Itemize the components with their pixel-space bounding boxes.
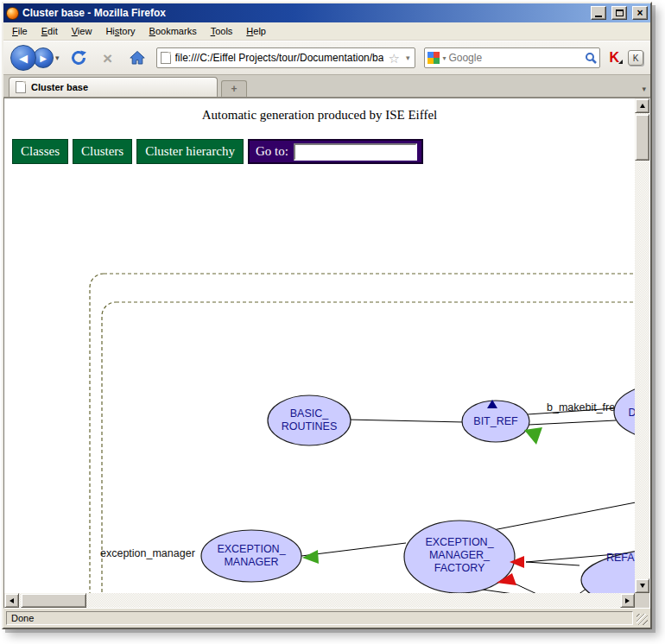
close-button[interactable]: ×: [632, 6, 648, 20]
node-label: EXCEPTION_: [217, 543, 286, 555]
new-tab-button[interactable]: +: [221, 80, 247, 97]
forward-arrow-icon: ▶: [40, 54, 47, 63]
scroll-left-button[interactable]: [4, 593, 19, 608]
node-label: EXCEPTION_: [425, 536, 494, 548]
window-title: Cluster base - Mozilla Firefox: [22, 7, 586, 19]
browser-window: Cluster base - Mozilla Firefox × File Ed…: [2, 2, 652, 629]
url-input[interactable]: [175, 52, 384, 64]
green-arrow-exception-manager-icon: [302, 550, 319, 564]
menu-file[interactable]: File: [5, 23, 35, 39]
page-content: Automatic generation produced by ISE Eif…: [4, 98, 635, 593]
menu-edit[interactable]: Edit: [35, 23, 65, 39]
scroll-left-icon: [10, 598, 14, 603]
url-dropdown-icon[interactable]: ▾: [404, 54, 412, 62]
back-arrow-icon: ◀: [19, 52, 28, 65]
stop-icon: ×: [103, 50, 112, 66]
minimize-button[interactable]: [591, 6, 606, 20]
tab-cluster-base[interactable]: Cluster base: [9, 77, 218, 97]
search-engine-dropdown-icon[interactable]: ▾: [442, 54, 446, 62]
goto-box: Go to:: [248, 139, 423, 164]
node-label: FACTORY: [434, 562, 485, 574]
node-label: REFA: [606, 552, 635, 564]
edge-feature-label: b_makebit_fre: [547, 401, 615, 414]
search-magnifier-icon[interactable]: [585, 52, 597, 64]
menu-help[interactable]: Help: [239, 23, 273, 39]
classes-button[interactable]: Classes: [12, 139, 68, 164]
menu-bookmarks[interactable]: Bookmarks: [142, 23, 204, 39]
cluster-name-label: exception_manager: [100, 547, 195, 559]
minimize-icon: [595, 16, 602, 17]
clusters-button[interactable]: Clusters: [73, 139, 132, 164]
node-label: D: [628, 407, 635, 419]
cluster-boundary-outer: [90, 274, 635, 593]
maximize-icon: [616, 9, 624, 16]
stop-button[interactable]: ×: [98, 47, 118, 69]
search-input[interactable]: [448, 52, 582, 64]
menu-history[interactable]: History: [98, 23, 142, 39]
kaspersky-icon[interactable]: K: [609, 51, 619, 65]
reload-icon: [70, 49, 87, 66]
status-text: Done: [6, 611, 633, 625]
node-label: ROUTINES: [282, 420, 338, 432]
cluster-hierarchy-button[interactable]: Cluster hierarchy: [136, 139, 244, 164]
page-favicon: [161, 52, 171, 64]
horizontal-scrollbar[interactable]: [4, 593, 649, 608]
home-icon: [129, 49, 146, 66]
status-bar: Done: [3, 609, 650, 628]
virtual-keyboard-button[interactable]: K: [628, 50, 643, 66]
vertical-scroll-track[interactable]: [635, 113, 649, 578]
vertical-scrollbar[interactable]: [635, 98, 649, 593]
menu-view[interactable]: View: [65, 23, 99, 39]
scroll-down-icon: [640, 584, 645, 588]
horizontal-scroll-track[interactable]: [19, 593, 620, 608]
titlebar: Cluster base - Mozilla Firefox ×: [3, 3, 650, 22]
menu-tools[interactable]: Tools: [204, 23, 240, 39]
tab-strip: Cluster base + ▾: [3, 75, 650, 98]
bookmark-star-icon[interactable]: ☆: [388, 52, 399, 65]
tab-page-icon: [16, 81, 26, 93]
list-all-tabs-button[interactable]: ▾: [642, 85, 646, 93]
search-box[interactable]: ▾: [424, 47, 600, 68]
horizontal-scroll-thumb[interactable]: [21, 593, 86, 608]
maximize-button[interactable]: [611, 6, 627, 20]
scroll-down-button[interactable]: [635, 578, 649, 593]
home-button[interactable]: [127, 47, 148, 69]
scroll-right-icon: [625, 598, 630, 603]
browser-client-area: Automatic generation produced by ISE Eif…: [3, 98, 650, 609]
tab-label: Cluster base: [31, 82, 88, 92]
goto-label: Go to:: [256, 144, 288, 159]
cluster-diagram: BASIC_ ROUTINES BIT_REF D EXCEPTION_ MAN…: [4, 98, 635, 593]
scrollbar-corner: [635, 593, 649, 608]
node-label: BIT_REF: [473, 415, 518, 427]
menubar: File Edit View History Bookmarks Tools H…: [3, 22, 650, 41]
scroll-right-button[interactable]: [620, 593, 635, 608]
page-nav-controls: Classes Clusters Cluster hierarchy Go to…: [12, 139, 423, 164]
vertical-scroll-thumb[interactable]: [635, 114, 649, 161]
reload-button[interactable]: [68, 47, 89, 69]
green-arrow-bitref-icon: [524, 427, 542, 445]
google-logo-icon: [428, 52, 440, 64]
back-forward-group: ◀ ▶ ▾: [10, 45, 60, 71]
url-bar[interactable]: ☆ ▾: [156, 47, 416, 68]
scroll-up-button[interactable]: [635, 98, 649, 113]
goto-input[interactable]: [294, 143, 417, 161]
navigation-toolbar: ◀ ▶ ▾ × ☆ ▾ ▾: [3, 41, 650, 75]
node-label: BASIC_: [290, 407, 330, 420]
scroll-up-icon: [640, 104, 645, 108]
page-title: Automatic generation produced by ISE Eif…: [4, 108, 635, 123]
firefox-icon: [6, 7, 19, 20]
history-dropdown-button[interactable]: ▾: [55, 54, 60, 62]
close-icon: ×: [636, 8, 643, 18]
back-button[interactable]: ◀: [10, 45, 36, 71]
resize-grip-icon[interactable]: [636, 614, 648, 625]
node-label: MANAGER: [224, 556, 278, 568]
node-label: MANAGER_: [429, 549, 491, 561]
